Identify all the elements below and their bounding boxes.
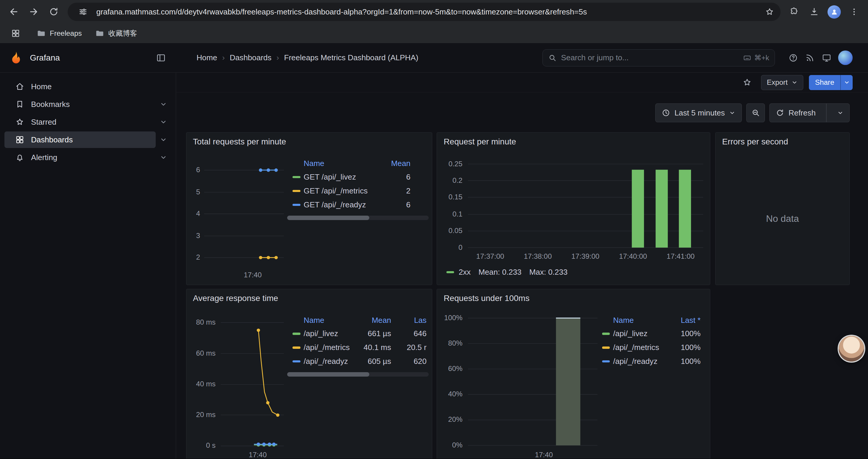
legend-row[interactable]: GET /api/_livez6 <box>287 170 411 184</box>
sidebar-item-starred[interactable]: Starred <box>4 114 156 130</box>
panel-title[interactable]: Requests under 100ms <box>444 294 529 303</box>
grafana-logo[interactable] <box>9 51 23 65</box>
legend-rows: NameMeanLas/api/_livez661 µs646/api/_/me… <box>287 314 429 368</box>
chevron-down-icon[interactable] <box>156 101 171 108</box>
legend-header: NameMeanLas <box>287 314 427 327</box>
legend-row[interactable]: GET /api/_/readyz6 <box>287 198 411 212</box>
axis-tick-label: 0 <box>459 243 463 252</box>
series-value: 620 <box>391 357 427 366</box>
legend-column-header[interactable]: Las <box>391 316 427 325</box>
sidebar-item-bookmarks[interactable]: Bookmarks <box>4 96 156 112</box>
legend[interactable]: 2xx Mean: 0.233 Max: 0.233 <box>446 268 567 277</box>
legend-row[interactable]: /api/_/metrics40.1 ms20.5 r <box>287 340 427 355</box>
legend-column-header[interactable]: Mean <box>358 316 391 325</box>
forward-icon[interactable] <box>24 2 43 21</box>
sidebar-header: Grafana <box>0 43 176 72</box>
chevron-down-icon[interactable] <box>156 136 171 143</box>
profile-icon[interactable] <box>825 2 844 21</box>
favorite-star-icon[interactable] <box>739 74 755 91</box>
user-avatar[interactable] <box>838 51 852 65</box>
downloads-icon[interactable] <box>805 2 824 21</box>
axis-tick-label: 17:39:00 <box>560 252 610 261</box>
panel-title[interactable]: Total requests per minute <box>193 137 286 146</box>
chat-avatar[interactable] <box>839 336 864 361</box>
series-max: Max: 0.233 <box>529 268 567 277</box>
axis-tick-label: 17:40 <box>228 271 278 279</box>
reload-icon[interactable] <box>44 2 63 21</box>
legend-row[interactable]: /api/_/readyz605 µs620 <box>287 355 427 368</box>
no-data-message: No data <box>716 153 849 285</box>
refresh-button[interactable]: Refresh <box>769 103 850 122</box>
dashboard-actionbar: Export Share <box>176 73 868 93</box>
sidebar-item-dashboards[interactable]: Dashboards <box>4 131 156 148</box>
series-name: GET /api/_/readyz <box>304 200 377 209</box>
share-dropdown-icon[interactable] <box>841 75 852 90</box>
time-controls: Last 5 minutes Refresh <box>655 103 850 122</box>
refresh-interval-dropdown-icon[interactable] <box>831 104 849 122</box>
url-bar[interactable]: grafana.mathmast.com/d/deytv4rwavabkb/fr… <box>68 3 780 21</box>
chevron-down-icon <box>792 79 798 86</box>
legend-row[interactable]: /api/_/metrics100% <box>596 340 701 355</box>
site-settings-icon[interactable] <box>75 4 91 20</box>
axis-tick-label: 20 ms <box>196 411 215 419</box>
breadcrumb-dashboards[interactable]: Dashboards <box>230 53 272 62</box>
axis-tick-label: 2 <box>196 253 200 261</box>
sidebar-item-label: Dashboards <box>31 135 73 144</box>
legend-row[interactable]: /api/_livez100% <box>596 327 701 341</box>
chevron-down-icon[interactable] <box>156 119 171 126</box>
chevron-down-icon[interactable] <box>156 154 171 161</box>
menu-icon[interactable] <box>845 2 864 21</box>
breadcrumb-home[interactable]: Home <box>196 53 217 62</box>
legend-column-header[interactable]: Name <box>304 159 377 168</box>
legend-table: NameLast */api/_livez100%/api/_/metrics1… <box>596 314 706 368</box>
refresh-action[interactable]: Refresh <box>770 104 822 122</box>
sidebar-item-alerting[interactable]: Alerting <box>4 149 156 166</box>
legend-scrollbar[interactable] <box>287 216 429 220</box>
panel-title[interactable]: Request per minute <box>444 137 516 146</box>
scrollbar-thumb[interactable] <box>287 372 369 376</box>
bookmark-freeleaps[interactable]: Freeleaps <box>37 29 82 38</box>
legend-column-header[interactable]: Mean <box>377 159 410 168</box>
dashboard-canvas: Last 5 minutes Refresh <box>176 93 868 459</box>
panel-title[interactable]: Errors per second <box>722 137 788 146</box>
bookmarks-bar: Freeleaps 收藏博客 <box>0 24 868 43</box>
help-icon[interactable] <box>785 50 802 66</box>
scrollbar-thumb[interactable] <box>287 216 369 220</box>
legend-column-header[interactable]: Last * <box>668 316 701 325</box>
rss-icon[interactable] <box>802 50 818 66</box>
legend-row[interactable]: /api/_livez661 µs646 <box>287 327 427 341</box>
zoom-out-icon[interactable] <box>746 103 765 122</box>
monitor-icon[interactable] <box>818 50 835 66</box>
breadcrumb-separator: › <box>222 53 225 62</box>
axis-tick-label: 20% <box>448 415 463 424</box>
axis-tick-label: 17:40:00 <box>608 252 658 261</box>
series-name: /api/_livez <box>613 329 668 338</box>
star-icon <box>15 117 25 127</box>
series-name[interactable]: 2xx <box>459 268 471 277</box>
export-button[interactable]: Export <box>761 75 804 90</box>
search-input[interactable]: Search or jump to... ⌘+k <box>542 49 775 66</box>
legend-row[interactable]: /api/_/readyz100% <box>596 355 701 368</box>
browser-toolbar: grafana.mathmast.com/d/deytv4rwavabkb/fr… <box>0 0 868 24</box>
sidebar-item-home[interactable]: Home <box>4 78 156 95</box>
bookmark-star-icon[interactable] <box>762 4 777 20</box>
legend-header: NameLast * <box>596 314 701 327</box>
profile-avatar <box>828 5 841 19</box>
legend-column-header[interactable]: Name <box>304 316 358 325</box>
apps-grid-icon[interactable] <box>8 26 23 41</box>
back-icon[interactable] <box>4 2 23 21</box>
legend-row[interactable]: GET /api/_/metrics2 <box>287 184 411 198</box>
url-text[interactable]: grafana.mathmast.com/d/deytv4rwavabkb/fr… <box>96 7 756 17</box>
share-button[interactable]: Share <box>809 75 852 90</box>
series-name: /api/_/metrics <box>613 343 668 352</box>
search-placeholder: Search or jump to... <box>561 53 739 62</box>
legend-column-header[interactable]: Name <box>613 316 668 325</box>
axis-tick-label: 40% <box>448 390 463 398</box>
sidebar-collapse-icon[interactable] <box>153 50 169 66</box>
extensions-icon[interactable] <box>785 2 804 21</box>
panel-title[interactable]: Average response time <box>193 294 278 303</box>
sidebar-item-label: Bookmarks <box>31 100 70 109</box>
time-range-picker[interactable]: Last 5 minutes <box>655 103 742 122</box>
legend-scrollbar[interactable] <box>287 372 429 376</box>
bookmark-blog[interactable]: 收藏博客 <box>95 29 137 38</box>
